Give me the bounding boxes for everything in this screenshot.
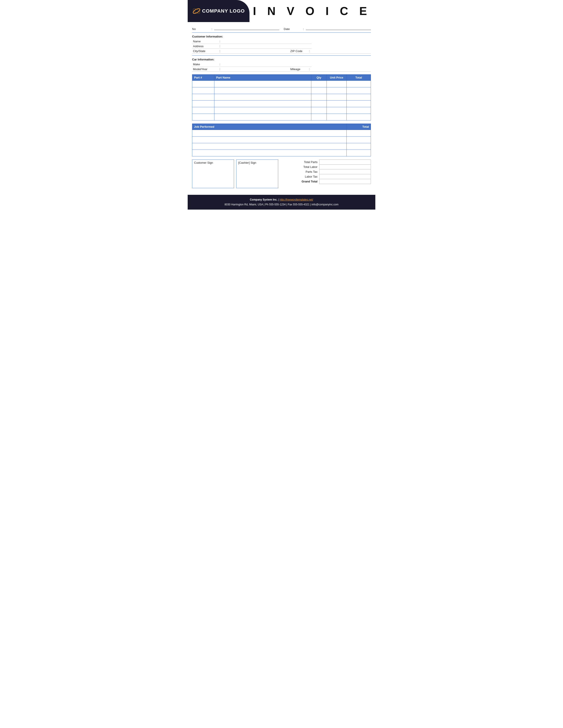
address-colon: : (218, 44, 222, 49)
parts-row-5 (192, 114, 371, 120)
no-label: No (192, 27, 210, 31)
page-footer: Company System Inc. | http://freewordtem… (188, 195, 375, 210)
job-row-3 (192, 150, 371, 156)
parts-partname-2 (214, 94, 311, 101)
footer-line2: 8030 Harrington Rd, Miami, USA | Ph 555-… (192, 202, 371, 207)
parts-row-0 (192, 81, 371, 87)
total-parts-label: Total Parts (283, 160, 319, 165)
address-row: Address : (192, 44, 371, 49)
parts-qty-4 (311, 107, 327, 114)
invoice-title-area: I N V O I C E (249, 0, 375, 22)
parts-unitprice-4 (327, 107, 347, 114)
parts-table: Part # Part Name Qty Unit Price Total (192, 74, 371, 120)
date-value-line (306, 26, 371, 30)
logo-area: COMPANY LOGO (188, 0, 249, 22)
total-labor-label: Total Labor (283, 165, 319, 169)
name-label: Name (192, 39, 218, 44)
mileage-colon: : (308, 67, 312, 72)
parts-header-unitprice: Unit Price (327, 75, 347, 81)
customer-section-title: Customer Information: (192, 35, 371, 38)
customer-sign-label: Customer Sign (194, 161, 232, 164)
date-colon: : (303, 27, 304, 31)
invoice-title: I N V O I C E (253, 4, 371, 18)
zip-label: ZIP Code (282, 49, 308, 54)
modelyear-row: Model/Year : Mileage : (192, 67, 371, 72)
citystate-value (222, 49, 282, 54)
no-field-group: No : (192, 26, 279, 31)
total-labor-value (319, 165, 371, 169)
citystate-row: City/State : ZIP Code : (192, 49, 371, 54)
footer-company-name: Company System Inc. (250, 198, 277, 201)
job-header-total: Total (347, 124, 371, 130)
modelyear-value (222, 67, 282, 72)
total-parts-value (319, 160, 371, 165)
job-header-row: Job Performed Total (192, 124, 371, 130)
job-row-1 (192, 137, 371, 143)
make-row: Make : (192, 62, 371, 67)
parts-partnum-5 (192, 114, 214, 120)
modelyear-label: Model/Year (192, 67, 218, 72)
parts-unitprice-2 (327, 94, 347, 101)
parts-header-row: Part # Part Name Qty Unit Price Total (192, 75, 371, 81)
job-total-3 (347, 150, 371, 156)
parts-tax-label: Parts Tax (283, 169, 319, 174)
footer-website[interactable]: http://freewordtemplates.net/ (279, 198, 313, 201)
parts-row-2 (192, 94, 371, 101)
car-section-title: Car Information: (192, 58, 371, 61)
parts-partname-0 (214, 81, 311, 87)
parts-qty-3 (311, 101, 327, 107)
job-job-0 (192, 130, 347, 137)
parts-unitprice-1 (327, 87, 347, 94)
labor-tax-label: Labor Tax (283, 174, 319, 179)
bottom-section: Customer Sign [Cashier] Sign Total Parts… (192, 159, 371, 188)
grand-total-row: Grand Total (283, 179, 371, 184)
citystate-colon: : (218, 49, 222, 54)
main-content: No : Date : Customer Information: Name :… (188, 26, 375, 188)
cashier-sign-box: [Cashier] Sign (236, 159, 278, 188)
cashier-sign-label: [Cashier] Sign (238, 161, 276, 164)
parts-tax-row: Parts Tax (283, 169, 371, 174)
make-colon: : (218, 62, 222, 67)
parts-qty-0 (311, 81, 327, 87)
job-table: Job Performed Total (192, 124, 371, 156)
total-labor-row: Total Labor (283, 165, 371, 169)
parts-row-4 (192, 107, 371, 114)
make-value (222, 62, 312, 67)
job-header-job: Job Performed (192, 124, 347, 130)
zip-colon: : (308, 49, 312, 54)
citystate-label: City/State (192, 49, 218, 54)
parts-partname-4 (214, 107, 311, 114)
name-colon: : (218, 39, 222, 44)
parts-tax-value (319, 169, 371, 174)
parts-header-partnum: Part # (192, 75, 214, 81)
parts-unitprice-0 (327, 81, 347, 87)
customer-info-table: Name : Address : City/State : ZIP Code : (192, 39, 371, 54)
totals-table: Total Parts Total Labor Parts Tax Labor … (283, 159, 371, 184)
signature-boxes: Customer Sign [Cashier] Sign (192, 159, 278, 188)
parts-header-qty: Qty (311, 75, 327, 81)
parts-partnum-3 (192, 101, 214, 107)
mileage-label: Mileage (282, 67, 308, 72)
parts-total-4 (347, 107, 371, 114)
parts-partnum-4 (192, 107, 214, 114)
parts-total-1 (347, 87, 371, 94)
parts-header-partname: Part Name (214, 75, 311, 81)
make-label: Make (192, 62, 218, 67)
date-label: Date (284, 27, 302, 31)
job-row-0 (192, 130, 371, 137)
parts-total-0 (347, 81, 371, 87)
parts-total-5 (347, 114, 371, 120)
company-logo: COMPANY LOGO (192, 7, 244, 15)
parts-row-3 (192, 101, 371, 107)
no-value-line (214, 26, 279, 30)
parts-unitprice-5 (327, 114, 347, 120)
parts-partnum-2 (192, 94, 214, 101)
total-parts-row: Total Parts (283, 160, 371, 165)
name-row: Name : (192, 39, 371, 44)
zip-value (312, 49, 371, 54)
address-label: Address (192, 44, 218, 49)
name-value (222, 39, 312, 44)
labor-tax-value (319, 174, 371, 179)
grand-total-label: Grand Total (283, 179, 319, 184)
customer-sign-box: Customer Sign (192, 159, 234, 188)
